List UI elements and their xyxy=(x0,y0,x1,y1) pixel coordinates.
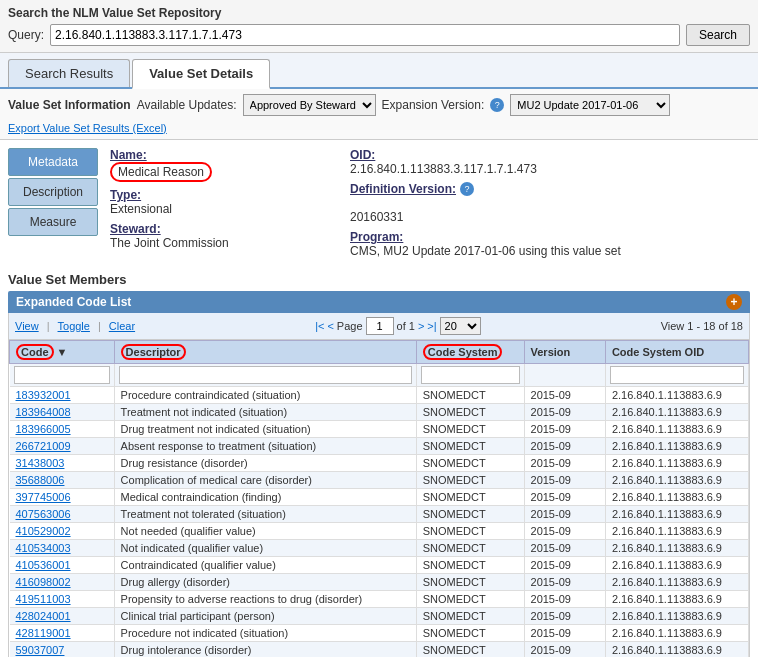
cell-code: 59037007 xyxy=(10,642,115,658)
search-section: Search the NLM Value Set Repository Quer… xyxy=(0,0,758,53)
cell-code-system: SNOMEDCT xyxy=(416,642,524,658)
code-link[interactable]: 410529002 xyxy=(16,525,71,537)
filter-oid-input[interactable] xyxy=(610,366,744,384)
col-header-oid[interactable]: Code System OID xyxy=(605,341,748,364)
field-oid: OID: 2.16.840.1.113883.3.117.1.7.1.473 xyxy=(350,148,738,176)
filter-cell-oid xyxy=(605,364,748,387)
code-link[interactable]: 31438003 xyxy=(16,457,65,469)
available-updates-label: Available Updates: xyxy=(137,98,237,112)
name-value: Medical Reason xyxy=(110,162,212,182)
cell-descriptor: Treatment not indicated (situation) xyxy=(114,404,416,421)
code-link[interactable]: 410536001 xyxy=(16,559,71,571)
code-link[interactable]: 183964008 xyxy=(16,406,71,418)
cell-oid: 2.16.840.1.113883.6.9 xyxy=(605,455,748,472)
code-link[interactable]: 407563006 xyxy=(16,508,71,520)
code-link[interactable]: 428024001 xyxy=(16,610,71,622)
filter-desc-input[interactable] xyxy=(119,366,412,384)
table-row: 397745006 Medical contraindication (find… xyxy=(10,489,749,506)
page-input[interactable] xyxy=(366,317,394,335)
table-row: 59037007 Drug intolerance (disorder) SNO… xyxy=(10,642,749,658)
expand-icon[interactable]: + xyxy=(726,294,742,310)
query-input[interactable] xyxy=(50,24,680,46)
nav-description[interactable]: Description xyxy=(8,178,98,206)
view-btn[interactable]: View xyxy=(15,320,39,332)
code-link[interactable]: 428119001 xyxy=(16,627,71,639)
code-link[interactable]: 410534003 xyxy=(16,542,71,554)
col-header-code[interactable]: Code ▼ xyxy=(10,341,115,364)
code-link[interactable]: 416098002 xyxy=(16,576,71,588)
next-page-btn[interactable]: > xyxy=(418,320,424,332)
clear-btn[interactable]: Clear xyxy=(109,320,135,332)
total-pages: 1 xyxy=(409,320,415,332)
cell-code: 183966005 xyxy=(10,421,115,438)
left-nav: Metadata Description Measure xyxy=(8,148,98,264)
filter-code-input[interactable] xyxy=(14,366,110,384)
tab-search-results[interactable]: Search Results xyxy=(8,59,130,87)
table-row: 428024001 Clinical trial participant (pe… xyxy=(10,608,749,625)
code-link[interactable]: 397745006 xyxy=(16,491,71,503)
cell-descriptor: Drug resistance (disorder) xyxy=(114,455,416,472)
search-button[interactable]: Search xyxy=(686,24,750,46)
col-header-descriptor[interactable]: Descriptor xyxy=(114,341,416,364)
expansion-version-select[interactable]: MU2 Update 2017-01-06 xyxy=(510,94,670,116)
cell-version: 2015-09 xyxy=(524,523,605,540)
cell-oid: 2.16.840.1.113883.6.9 xyxy=(605,540,748,557)
cell-descriptor: Not indicated (qualifier value) xyxy=(114,540,416,557)
code-list-title: Expanded Code List xyxy=(16,295,131,309)
steward-value: The Joint Commission xyxy=(110,236,229,250)
cell-code-system: SNOMEDCT xyxy=(416,608,524,625)
code-link[interactable]: 266721009 xyxy=(16,440,71,452)
view-info: View 1 - 18 of 18 xyxy=(661,320,743,332)
filter-sys-input[interactable] xyxy=(421,366,520,384)
available-updates-select[interactable]: Approved By Steward xyxy=(243,94,376,116)
last-page-btn[interactable]: >| xyxy=(427,320,436,332)
col-header-code-system[interactable]: Code System xyxy=(416,341,524,364)
nav-metadata[interactable]: Metadata xyxy=(8,148,98,176)
value-set-info-bar: Value Set Information Available Updates:… xyxy=(0,89,758,140)
cell-code-system: SNOMEDCT xyxy=(416,506,524,523)
cell-version: 2015-09 xyxy=(524,608,605,625)
code-link[interactable]: 35688006 xyxy=(16,474,65,486)
program-label: Program: xyxy=(350,230,403,244)
field-steward: Steward: The Joint Commission xyxy=(110,222,330,250)
cell-version: 2015-09 xyxy=(524,489,605,506)
cell-code-system: SNOMEDCT xyxy=(416,387,524,404)
cell-version: 2015-09 xyxy=(524,506,605,523)
code-link[interactable]: 183966005 xyxy=(16,423,71,435)
meta-left: Name: Medical Reason Type: Extensional S… xyxy=(110,148,330,264)
cell-descriptor: Propensity to adverse reactions to drug … xyxy=(114,591,416,608)
cell-code: 428119001 xyxy=(10,625,115,642)
tab-value-set-details[interactable]: Value Set Details xyxy=(132,59,270,89)
toggle-btn[interactable]: Toggle xyxy=(58,320,90,332)
cell-code: 35688006 xyxy=(10,472,115,489)
cell-code: 183932001 xyxy=(10,387,115,404)
col-header-version[interactable]: Version xyxy=(524,341,605,364)
expansion-version-help-icon[interactable]: ? xyxy=(490,98,504,112)
export-link[interactable]: Export Value Set Results (Excel) xyxy=(8,122,167,134)
code-link[interactable]: 59037007 xyxy=(16,644,65,656)
table-row: 35688006 Complication of medical care (d… xyxy=(10,472,749,489)
first-page-btn[interactable]: |< xyxy=(315,320,324,332)
cell-descriptor: Medical contraindication (finding) xyxy=(114,489,416,506)
cell-oid: 2.16.840.1.113883.6.9 xyxy=(605,574,748,591)
code-link[interactable]: 183932001 xyxy=(16,389,71,401)
cell-code-system: SNOMEDCT xyxy=(416,489,524,506)
page-label: Page xyxy=(337,320,363,332)
cell-descriptor: Treatment not tolerated (situation) xyxy=(114,506,416,523)
table-row: 31438003 Drug resistance (disorder) SNOM… xyxy=(10,455,749,472)
main-content: Metadata Description Measure Name: Medic… xyxy=(0,140,758,272)
code-link[interactable]: 419511003 xyxy=(16,593,71,605)
oid-value: 2.16.840.1.113883.3.117.1.7.1.473 xyxy=(350,162,537,176)
def-version-value: 20160331 xyxy=(350,210,403,224)
cell-version: 2015-09 xyxy=(524,421,605,438)
nav-measure[interactable]: Measure xyxy=(8,208,98,236)
prev-page-btn[interactable]: < xyxy=(327,320,333,332)
per-page-select[interactable]: 20 50 100 xyxy=(440,317,481,335)
name-label: Name: xyxy=(110,148,147,162)
def-version-help-icon[interactable]: ? xyxy=(460,182,474,196)
cell-code: 428024001 xyxy=(10,608,115,625)
cell-oid: 2.16.840.1.113883.6.9 xyxy=(605,608,748,625)
cell-code: 410534003 xyxy=(10,540,115,557)
table-row: 183932001 Procedure contraindicated (sit… xyxy=(10,387,749,404)
cell-oid: 2.16.840.1.113883.6.9 xyxy=(605,506,748,523)
